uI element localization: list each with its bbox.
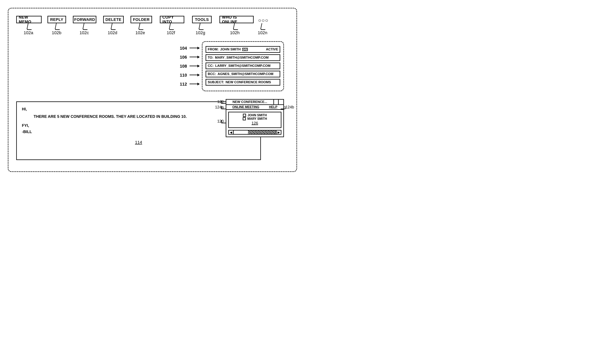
ref-124b: 124b: [286, 105, 294, 109]
cc-field: 108 CC: LARRY_SMITH@SMITHCOMP.COM: [206, 63, 280, 69]
ref-114: 114: [135, 139, 142, 146]
popout-titlebar-button-2[interactable]: [279, 100, 283, 104]
copy-into-button[interactable]: COPY INTO: [160, 16, 184, 23]
message-header-panel: 104 FROM: JOHN SMITH ACTIVE 106 TO: MARY…: [202, 41, 284, 91]
presence-icon: [242, 48, 248, 51]
tools-button[interactable]: TOOLS: [192, 16, 212, 23]
forward-button[interactable]: FORWARD: [73, 16, 96, 23]
app-frame: NEW MEMO REPLY FORWARD DELETE FOLDER COP…: [8, 8, 297, 172]
ref-106: 106: [180, 55, 187, 60]
ref-102d: 102d: [108, 30, 117, 35]
checkbox-icon[interactable]: [243, 114, 246, 117]
participant-row[interactable]: MARY SMITH: [231, 117, 279, 120]
message-body: HI, THERE ARE 5 NEW CONFERENCE ROOMS. TH…: [16, 101, 261, 160]
delete-button[interactable]: DELETE: [103, 16, 124, 23]
folder-button[interactable]: FOLDER: [131, 16, 152, 23]
ref-104: 104: [180, 46, 187, 51]
scroll-track[interactable]: [233, 130, 277, 134]
from-field: 104 FROM: JOHN SMITH ACTIVE: [206, 46, 280, 53]
subject-field: 112 SUBJECT: NEW CONFERENCE ROOMS: [206, 79, 280, 86]
overflow-icon[interactable]: ○○○: [258, 17, 268, 24]
popout-titlebar-button-1[interactable]: [274, 100, 279, 104]
participant-row[interactable]: JOHN SMITH: [231, 114, 279, 117]
ref-102n: 102n: [258, 30, 267, 35]
checkbox-icon[interactable]: [243, 117, 246, 120]
popout-scrollbar[interactable]: ◀ ▶: [228, 130, 281, 135]
body-closing-2: -BILL: [22, 129, 255, 135]
to-field: 106 TO: MARY_SMITH@SMITHCOMP.COM: [206, 54, 280, 61]
who-is-online-button[interactable]: WHO IS ONLINE: [219, 16, 254, 23]
bcc-field: 110 BCC: AGNES_SMITH@SMITHCOMP.COM: [206, 71, 280, 77]
popout-menubar: ONLINE MEETING HELP: [226, 105, 283, 110]
meeting-popout-panel: NEW CONFERENCE... ONLINE MEETING HELP JO…: [226, 99, 284, 137]
ref-102a: 102a: [24, 30, 33, 35]
ref-102g: 102g: [196, 30, 205, 35]
help-menu[interactable]: HELP: [269, 105, 277, 109]
reply-button[interactable]: REPLY: [48, 16, 66, 23]
scroll-left-icon[interactable]: ◀: [229, 130, 233, 134]
ref-102e: 102e: [135, 30, 145, 35]
ref-112: 112: [180, 82, 187, 87]
ref-102c: 102c: [79, 30, 89, 35]
participant-list: JOHN SMITH MARY SMITH 126: [228, 112, 281, 128]
scroll-right-icon[interactable]: ▶: [277, 130, 281, 134]
online-meeting-menu[interactable]: ONLINE MEETING: [232, 105, 259, 109]
popout-titlebar[interactable]: NEW CONFERENCE...: [226, 100, 283, 105]
scroll-thumb[interactable]: [248, 130, 276, 134]
ref-102f: 102f: [167, 30, 175, 35]
popout-title: NEW CONFERENCE...: [226, 100, 274, 104]
ref-102b: 102b: [52, 30, 61, 35]
ref-126: 126: [231, 121, 279, 125]
new-memo-button[interactable]: NEW MEMO: [16, 16, 42, 23]
ref-110: 110: [180, 73, 187, 78]
ref-108: 108: [180, 64, 187, 69]
ref-102h: 102h: [230, 30, 240, 35]
